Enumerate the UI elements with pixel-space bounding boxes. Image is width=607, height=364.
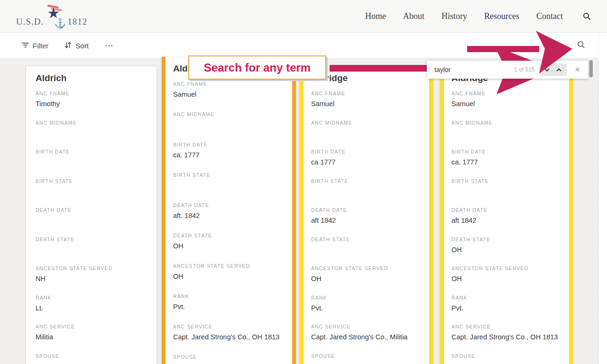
match-nav-group (539, 64, 567, 76)
page: U.S.D. ⚓ ★ 1812 HomeAboutHistoryResource… (0, 0, 607, 364)
card-field: SPOUSE (173, 354, 285, 364)
card-title: Aldrich (36, 73, 147, 84)
field-value: Pvt. (311, 304, 422, 314)
logo-text-year: 1812 (67, 17, 87, 27)
field-label: ANC SERVICE (36, 324, 147, 329)
sort-icon (64, 42, 72, 50)
nav-item-about[interactable]: About (403, 11, 424, 21)
nav-item-resources[interactable]: Resources (484, 11, 519, 21)
field-value (36, 217, 147, 226)
field-label: ANCESTOR STATE SERVED (451, 265, 561, 271)
field-label: ANC SERVICE (451, 324, 561, 329)
main-nav: HomeAboutHistoryResourcesContact (365, 11, 591, 21)
nav-item-history[interactable]: History (441, 11, 467, 21)
site-header: U.S.D. ⚓ ★ 1812 HomeAboutHistoryResource… (0, 0, 607, 33)
card-field: BIRTH STATE (173, 172, 285, 202)
field-label: DEATH STATE (36, 237, 147, 242)
field-value: Capt. Jared Strong's Co., OH 1813 (173, 333, 285, 343)
scrollbar-thumb[interactable] (589, 60, 593, 77)
main-nav-items: HomeAboutHistoryResourcesContact (365, 11, 563, 21)
report-toolbar: Filter Sort ⋯ (0, 33, 598, 58)
chevron-up-icon (556, 68, 562, 72)
field-label: SPOUSE (36, 353, 147, 359)
card-field: BIRTH DATEca. 1777 (451, 149, 561, 178)
card-field: ANC FNAMETimothy (36, 91, 147, 120)
card-field: BIRTH STATE (451, 178, 561, 208)
field-label: SPOUSE (173, 354, 285, 360)
annotation-callout: Search for any term (188, 55, 326, 80)
previous-match-button[interactable] (554, 67, 564, 73)
field-label: ANC FNAME (173, 81, 285, 87)
card-field: SPOUSE (451, 353, 561, 364)
field-value (451, 363, 561, 364)
card-field: DEATH DATEaft. 1842 (173, 202, 285, 233)
field-label: DEATH STATE (173, 233, 285, 238)
find-close-button[interactable]: ✕ (571, 65, 583, 74)
field-label: BIRTH DATE (173, 142, 285, 147)
callout-text: Search for any term (204, 61, 311, 74)
field-value (36, 363, 147, 364)
record-card[interactable]: AldridgeANC FNAMESamuelANC MIDNAMEBIRTH … (162, 57, 296, 364)
field-label: BIRTH STATE (311, 178, 422, 184)
field-label: BIRTH STATE (451, 178, 561, 184)
field-label: BIRTH STATE (36, 178, 147, 184)
card-field: DEATH STATEOH (451, 237, 561, 266)
field-value: Pvt. (173, 303, 285, 312)
field-label: ANC MIDNAME (451, 120, 561, 126)
card-field: ANC FNAMESamuel (451, 91, 561, 120)
toolbar-search-icon[interactable] (577, 41, 585, 51)
card-field: ANC MIDNAME (173, 111, 285, 142)
card-field: BIRTH STATE (311, 178, 422, 208)
report-edge (598, 33, 607, 364)
filter-label: Filter (33, 42, 48, 50)
field-value (173, 182, 285, 191)
nav-item-contact[interactable]: Contact (536, 11, 563, 21)
field-label: ANCESTOR STATE SERVED (173, 263, 285, 269)
field-label: ANCESTOR STATE SERVED (36, 265, 147, 271)
field-label: DEATH STATE (451, 237, 561, 242)
field-value: Militia (36, 333, 147, 343)
field-value: ca 1777 (311, 158, 422, 168)
card-title: Aldridge (311, 73, 422, 84)
card-field: RANKLt. (36, 295, 147, 324)
find-query-input[interactable]: taylor (434, 66, 451, 73)
field-label: DEATH DATE (173, 202, 285, 208)
card-field: SPOUSE (36, 353, 147, 364)
field-value: Capt. Jared Strong's Co., OH 1813 (451, 333, 561, 343)
sort-button[interactable]: Sort (64, 42, 89, 50)
nav-search-icon[interactable] (583, 12, 591, 20)
field-value: OH (451, 275, 561, 284)
card-field: ANCESTOR STATE SERVEDOH (173, 263, 285, 293)
field-label: RANK (311, 295, 422, 300)
next-match-button[interactable] (542, 67, 552, 73)
nav-item-home[interactable]: Home (365, 11, 386, 21)
field-value: Lt. (36, 304, 147, 314)
field-label: ANC MIDNAME (311, 120, 422, 126)
card-field: BIRTH DATEca 1777 (311, 149, 422, 178)
more-options-button[interactable]: ⋯ (105, 41, 114, 50)
card-field: RANKPvt. (311, 295, 422, 324)
field-value: OH (311, 275, 422, 284)
logo-emblem: ⚓ ★ (45, 5, 66, 27)
card-field: ANC SERVICEMilitia (36, 324, 147, 353)
card-field: RANKPvt. (451, 295, 561, 324)
card-field: DEATH STATE (311, 237, 422, 266)
field-value: ca. 1777 (451, 158, 561, 168)
card-field: ANC SERVICECapt. Jared Strong's Co., Mil… (311, 324, 422, 353)
field-label: RANK (36, 295, 147, 300)
card-field: ANC MIDNAME (451, 120, 561, 149)
card-field: DEATH STATEOH (173, 233, 285, 263)
record-card[interactable]: AldridgeANC FNAMESamuelANC MIDNAMEBIRTH … (300, 66, 433, 364)
field-label: ANCESTOR STATE SERVED (311, 265, 422, 271)
field-label: DEATH DATE (36, 207, 147, 213)
field-value (173, 121, 285, 130)
record-card[interactable]: AldrichANC FNAMETimothyANC MIDNAMEBIRTH … (26, 66, 156, 364)
field-value (311, 188, 422, 197)
site-logo[interactable]: U.S.D. ⚓ ★ 1812 (16, 5, 87, 27)
card-field: ANCESTOR STATE SERVEDOH (311, 265, 422, 295)
find-bar[interactable]: taylor 1 of 515 ✕ (427, 61, 588, 79)
field-label: ANC SERVICE (173, 324, 285, 329)
field-value: OH (173, 242, 285, 252)
filter-button[interactable]: Filter (22, 42, 48, 50)
record-card[interactable]: AldridgeANC FNAMESamuelANC MIDNAMEBIRTH … (440, 66, 573, 364)
